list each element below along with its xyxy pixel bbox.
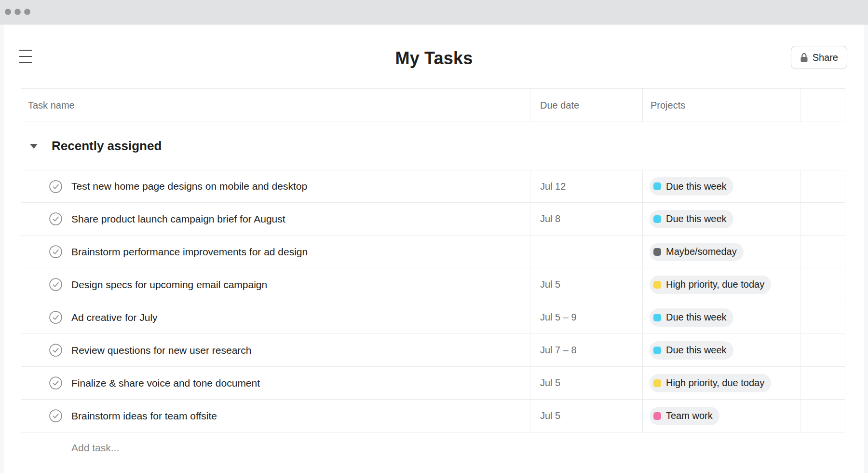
empty-cell: [800, 334, 845, 366]
task-name[interactable]: Test new home page designs on mobile and…: [71, 181, 307, 192]
due-date-cell: Jul 5: [530, 400, 643, 432]
project-tag-label: High priority, due today: [666, 279, 764, 290]
project-color-dot: [653, 215, 661, 223]
project-tag[interactable]: Team work: [650, 407, 719, 425]
share-button-label: Share: [813, 52, 838, 63]
column-header-empty: [800, 89, 845, 122]
projects-cell: Team work: [643, 400, 800, 432]
project-tag-label: Maybe/someday: [666, 246, 737, 257]
empty-cell: [800, 400, 845, 432]
table-row[interactable]: Finalize & share voice and tone document…: [21, 367, 845, 400]
due-date-cell: Jul 8: [530, 203, 643, 235]
due-date-cell: Jul 5: [530, 367, 643, 399]
page-title: My Tasks: [4, 48, 864, 69]
project-tag-label: High priority, due today: [666, 377, 764, 389]
task-cell: Review questions for new user research: [21, 334, 530, 366]
task-table: Task name Due date Projects Recently ass…: [21, 88, 845, 463]
project-tag[interactable]: Due this week: [650, 341, 733, 360]
task-name[interactable]: Share product launch campaign brief for …: [71, 213, 285, 225]
check-circle-icon[interactable]: [49, 278, 62, 291]
task-cell: Test new home page designs on mobile and…: [21, 170, 530, 202]
project-tag-label: Due this week: [666, 181, 727, 192]
table-row[interactable]: Review questions for new user research J…: [21, 334, 845, 367]
due-date: Jul 12: [540, 181, 566, 192]
due-date: Jul 5: [540, 377, 560, 389]
projects-cell: Maybe/someday: [643, 236, 800, 268]
due-date-cell: Jul 7 – 8: [530, 334, 643, 366]
check-circle-icon[interactable]: [49, 212, 62, 225]
check-circle-icon[interactable]: [49, 376, 62, 390]
empty-cell: [800, 203, 845, 235]
project-color-dot: [653, 314, 661, 321]
empty-cell: [800, 170, 845, 202]
table-header-row: Task name Due date Projects: [21, 88, 845, 122]
empty-cell: [800, 301, 845, 334]
due-date-cell: [530, 236, 643, 268]
project-tag[interactable]: Due this week: [650, 177, 733, 195]
project-tag[interactable]: Due this week: [650, 308, 733, 327]
project-color-dot: [653, 182, 661, 190]
empty-cell: [800, 236, 845, 268]
project-tag[interactable]: Due this week: [650, 210, 733, 228]
column-header-projects: Projects: [643, 89, 800, 122]
column-header-due-date: Due date: [530, 89, 643, 122]
section-row: Recently assigned: [21, 122, 845, 170]
table-row[interactable]: Brainstorm ideas for team offsite Jul 5 …: [21, 400, 845, 432]
table-row[interactable]: Ad creative for July Jul 5 – 9 Due this …: [21, 301, 845, 334]
column-header-task-name: Task name: [21, 89, 530, 122]
window-control-dot[interactable]: [24, 9, 30, 15]
share-button[interactable]: Share: [791, 46, 847, 69]
check-circle-icon[interactable]: [49, 344, 62, 357]
task-cell: Design specs for upcoming email campaign: [21, 268, 530, 301]
task-rows: Test new home page designs on mobile and…: [21, 170, 845, 432]
add-task-row[interactable]: Add task...: [21, 432, 845, 463]
empty-cell: [800, 268, 845, 301]
window-control-dot[interactable]: [5, 9, 11, 15]
table-row[interactable]: Share product launch campaign brief for …: [21, 203, 845, 236]
due-date: Jul 8: [540, 213, 560, 224]
projects-cell: Due this week: [643, 203, 800, 235]
project-tag[interactable]: High priority, due today: [650, 374, 771, 392]
lock-icon: [800, 53, 808, 63]
projects-cell: High priority, due today: [643, 268, 800, 301]
task-name[interactable]: Review questions for new user research: [71, 345, 252, 356]
section-title: Recently assigned: [52, 139, 162, 153]
table-row[interactable]: Test new home page designs on mobile and…: [21, 170, 845, 203]
project-tag[interactable]: High priority, due today: [650, 276, 771, 294]
task-name[interactable]: Ad creative for July: [71, 312, 158, 323]
empty-cell: [800, 367, 845, 399]
task-name[interactable]: Finalize & share voice and tone document: [71, 377, 260, 389]
due-date-cell: Jul 5 – 9: [530, 301, 643, 334]
table-row[interactable]: Brainstorm performance improvements for …: [21, 236, 845, 268]
task-cell: Finalize & share voice and tone document: [21, 367, 530, 399]
check-circle-icon[interactable]: [49, 311, 62, 324]
check-circle-icon[interactable]: [49, 245, 62, 258]
due-date: Jul 5: [540, 279, 560, 290]
task-cell: Brainstorm ideas for team offsite: [21, 400, 530, 432]
table-row[interactable]: Design specs for upcoming email campaign…: [21, 268, 845, 301]
project-tag[interactable]: Maybe/someday: [650, 243, 744, 261]
window-control-dot[interactable]: [14, 9, 21, 15]
project-color-dot: [653, 248, 661, 256]
projects-cell: High priority, due today: [643, 367, 800, 399]
project-tag-label: Due this week: [666, 213, 727, 224]
chevron-down-icon[interactable]: [30, 144, 38, 149]
project-tag-label: Team work: [666, 410, 713, 421]
project-color-dot: [653, 379, 661, 387]
task-name[interactable]: Brainstorm performance improvements for …: [71, 246, 308, 258]
check-circle-icon[interactable]: [49, 180, 62, 193]
due-date: Jul 5 – 9: [540, 312, 577, 323]
projects-cell: Due this week: [643, 301, 800, 334]
task-name[interactable]: Brainstorm ideas for team offsite: [71, 410, 217, 422]
app-surface: My Tasks Share Task name Due date Projec…: [4, 25, 864, 473]
project-color-dot: [653, 347, 661, 354]
task-name[interactable]: Design specs for upcoming email campaign: [71, 279, 267, 291]
check-circle-icon[interactable]: [49, 409, 62, 422]
due-date: Jul 7 – 8: [540, 345, 577, 356]
task-cell: Share product launch campaign brief for …: [21, 203, 530, 235]
task-cell: Brainstorm performance improvements for …: [21, 236, 530, 268]
project-color-dot: [653, 412, 661, 420]
add-task-label: Add task...: [71, 442, 119, 454]
due-date-cell: Jul 5: [530, 268, 643, 301]
task-cell: Ad creative for July: [21, 301, 530, 334]
